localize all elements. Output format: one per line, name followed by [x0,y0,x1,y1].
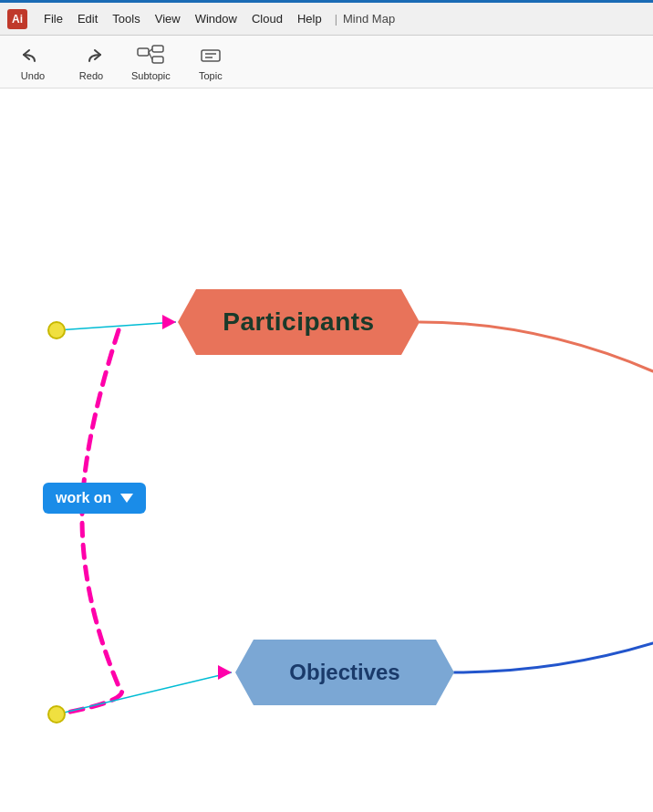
undo-button[interactable]: Undo [15,43,51,81]
svg-line-10 [57,672,232,714]
redo-icon [75,43,108,68]
work-on-label: work on [56,490,111,506]
menu-help[interactable]: Help [290,8,329,29]
canvas-area: Participants work on Objectives [0,88,653,812]
app-window: Ai File Edit Tools View Window Cloud Hel… [0,3,653,812]
menu-cloud[interactable]: Cloud [244,8,290,29]
menu-file[interactable]: File [36,8,70,29]
undo-icon [16,43,49,68]
subtopic-icon [134,43,167,68]
menu-window[interactable]: Window [188,8,244,29]
svg-line-4 [149,52,152,60]
menu-separator: | [335,12,337,26]
svg-rect-5 [202,50,220,61]
redo-label: Redo [79,70,103,81]
yellow-dot-top [47,321,66,339]
work-on-node[interactable]: work on [43,483,146,514]
topic-label: Topic [199,70,223,81]
menu-edit[interactable]: Edit [70,8,105,29]
participants-node[interactable]: Participants [178,289,420,355]
topic-button[interactable]: Topic [192,43,229,81]
objectives-shape: Objectives [235,640,454,705]
menu-tools[interactable]: Tools [105,8,147,29]
menu-view[interactable]: View [148,8,188,29]
toolbar: Undo Redo Subtopi [0,36,653,88]
participants-label: Participants [223,307,374,337]
subtopic-label: Subtopic [131,70,171,81]
yellow-dot-bottom [47,705,66,724]
menu-bar: Ai File Edit Tools View Window Cloud Hel… [0,3,653,36]
objectives-label: Objectives [289,660,399,685]
svg-rect-0 [138,48,149,56]
participants-shape: Participants [178,289,420,355]
svg-line-8 [57,322,176,330]
subtopic-button[interactable]: Subtopic [131,43,171,81]
objectives-node[interactable]: Objectives [235,640,454,705]
menu-mode: Mind Map [343,12,395,26]
redo-button[interactable]: Redo [73,43,109,81]
app-icon: Ai [7,9,27,29]
svg-rect-1 [152,46,163,52]
undo-label: Undo [21,70,45,81]
svg-rect-2 [152,57,163,63]
topic-icon [194,43,227,68]
svg-marker-9 [162,315,176,329]
dropdown-arrow-icon [120,494,133,503]
svg-marker-11 [218,665,232,680]
